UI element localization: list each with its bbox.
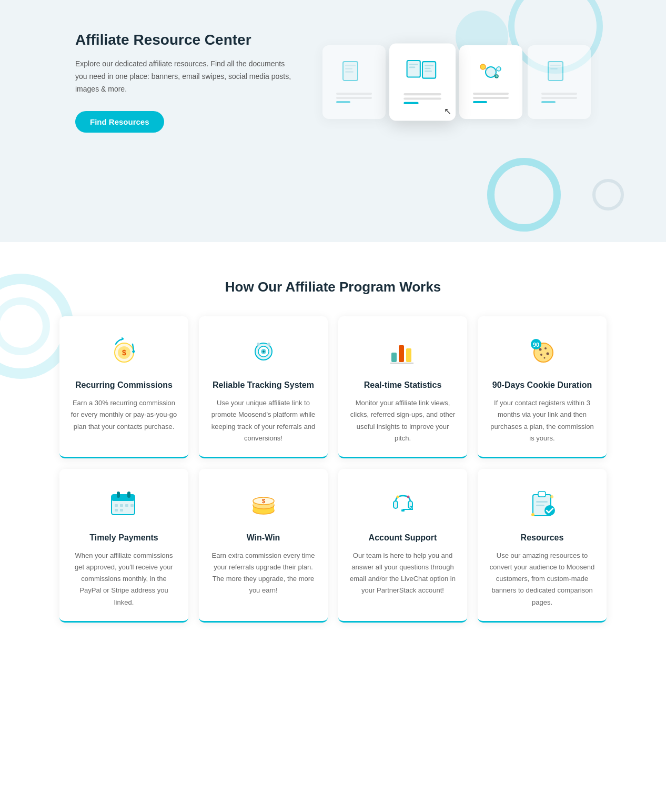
hero-text-block: Affiliate Resource Center Explore our de… (75, 32, 296, 133)
svg-rect-46 (115, 504, 118, 507)
svg-point-36 (544, 347, 547, 349)
resources-icon (524, 485, 561, 522)
recurring-desc: Earn a 30% recurring commission for ever… (70, 397, 178, 432)
svg-text:90: 90 (532, 342, 539, 348)
svg-point-62 (407, 495, 409, 498)
svg-rect-10 (425, 71, 432, 72)
support-desc: Our team is here to help you and answer … (349, 550, 457, 596)
payments-desc: When your affiliate commissions get appr… (70, 550, 178, 608)
support-title: Account Support (349, 532, 457, 544)
statistics-icon (385, 332, 421, 369)
feature-card-statistics: Real-time Statistics Monitor your affili… (338, 316, 467, 458)
winwin-icon: $ (245, 485, 282, 522)
feature-card-payments: Timely Payments When your affiliate comm… (59, 469, 188, 623)
payments-icon (106, 485, 143, 522)
recurring-icon: $ (106, 332, 143, 369)
svg-point-39 (543, 357, 545, 359)
svg-point-29 (267, 343, 270, 346)
svg-point-37 (540, 354, 542, 356)
svg-rect-64 (538, 492, 546, 497)
features-row-2: Timely Payments When your affiliate comm… (59, 469, 607, 623)
hero-description: Explore our dedicated affiliate resource… (75, 58, 296, 95)
winwin-title: Win-Win (209, 532, 317, 544)
svg-point-35 (539, 348, 541, 351)
svg-rect-45 (127, 492, 130, 498)
feature-card-recurring: $ Recurring Commissions Earn a 30% recur… (59, 316, 188, 458)
svg-rect-48 (125, 504, 128, 507)
svg-point-13 (497, 67, 501, 71)
hero-illustration: ↖ (322, 45, 591, 119)
find-resources-button[interactable]: Find Resources (75, 111, 164, 133)
svg-text:$: $ (261, 498, 265, 504)
feature-card-resources: Resources Use our amazing resources to c… (478, 469, 607, 623)
svg-rect-43 (112, 495, 135, 501)
svg-rect-7 (422, 62, 436, 78)
hero-card-4 (528, 45, 591, 119)
svg-rect-44 (117, 492, 120, 498)
hero-card-3 (459, 45, 522, 119)
svg-rect-3 (345, 71, 354, 73)
how-section: How Our Affiliate Program Works $ (0, 242, 666, 665)
hero-card-2: ↖ (389, 44, 456, 121)
svg-point-68 (531, 513, 534, 516)
svg-rect-66 (536, 505, 544, 506)
svg-point-11 (486, 67, 496, 77)
svg-rect-5 (409, 64, 418, 66)
svg-point-61 (396, 495, 399, 498)
cookie-desc: If your contact registers within 3 month… (488, 397, 596, 444)
resources-title: Resources (488, 532, 596, 544)
recurring-title: Recurring Commissions (70, 379, 178, 391)
svg-rect-8 (425, 65, 433, 67)
svg-rect-51 (120, 509, 123, 512)
svg-rect-50 (115, 509, 118, 512)
svg-rect-1 (345, 65, 356, 66)
support-icon (385, 485, 421, 522)
svg-rect-19 (550, 65, 561, 66)
cookie-title: 90-Days Cookie Duration (488, 379, 596, 391)
svg-text:$: $ (122, 348, 126, 357)
svg-rect-31 (399, 345, 404, 362)
feature-card-cookie: 90 90-Days Cookie Duration If your conta… (478, 316, 607, 458)
svg-rect-2 (345, 68, 352, 69)
svg-point-38 (546, 353, 549, 355)
svg-rect-58 (393, 501, 398, 508)
tracking-desc: Use your unique affiliate link to promot… (209, 397, 317, 444)
svg-rect-4 (407, 61, 420, 77)
tracking-title: Reliable Tracking System (209, 379, 317, 391)
payments-title: Timely Payments (70, 532, 178, 544)
statistics-title: Real-time Statistics (349, 379, 457, 391)
svg-rect-49 (130, 504, 134, 507)
tracking-icon (245, 332, 282, 369)
svg-point-28 (257, 343, 260, 346)
hero-card-1 (322, 45, 386, 119)
svg-rect-6 (409, 67, 416, 68)
feature-card-winwin: $ Win-Win Earn extra commission every ti… (199, 469, 328, 623)
hero-section: Affiliate Resource Center Explore our de… (0, 0, 666, 242)
svg-rect-30 (391, 353, 397, 362)
svg-rect-32 (406, 348, 411, 362)
svg-rect-9 (425, 68, 431, 69)
svg-rect-20 (550, 68, 558, 69)
svg-point-69 (550, 495, 553, 498)
svg-point-12 (480, 64, 486, 69)
statistics-desc: Monitor your affiliate link views, click… (349, 397, 457, 444)
cookie-icon: 90 (524, 332, 561, 369)
winwin-desc: Earn extra commission every time your re… (209, 550, 317, 596)
feature-card-tracking: Reliable Tracking System Use your unique… (199, 316, 328, 458)
hero-title: Affiliate Resource Center (75, 32, 296, 48)
features-row-1: $ Recurring Commissions Earn a 30% recur… (59, 316, 607, 458)
svg-rect-47 (120, 504, 123, 507)
svg-rect-18 (548, 62, 563, 81)
resources-desc: Use our amazing resources to convert you… (488, 550, 596, 608)
svg-rect-65 (536, 501, 548, 503)
feature-card-support: Account Support Our team is here to help… (338, 469, 467, 623)
svg-point-27 (263, 350, 265, 353)
svg-rect-60 (401, 509, 405, 512)
how-title: How Our Affiliate Program Works (59, 279, 607, 295)
cursor-icon: ↖ (444, 106, 451, 116)
